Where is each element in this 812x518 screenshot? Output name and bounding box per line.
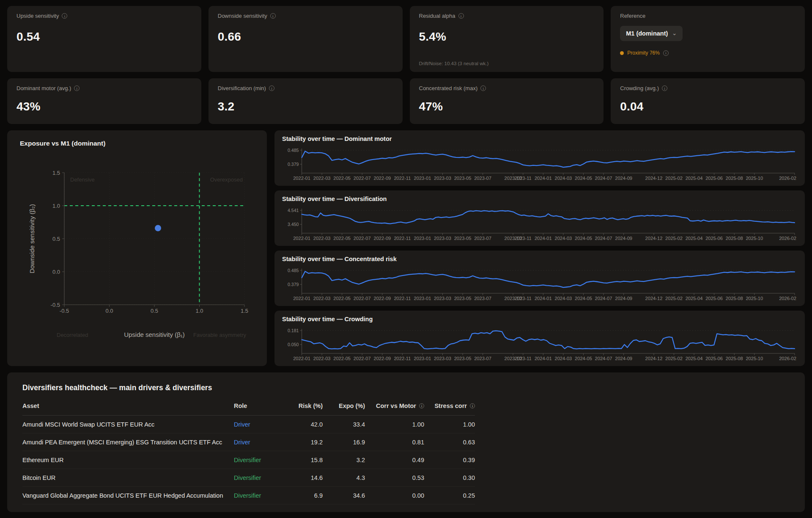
cell-stress-corr: 0.39 <box>424 451 475 468</box>
svg-text:2022-11: 2022-11 <box>394 295 411 300</box>
kpi-row-2: Dominant motor (avg.) 43% Diversificatio… <box>7 78 805 124</box>
svg-text:2022-05: 2022-05 <box>333 295 351 300</box>
svg-text:2025-06: 2025-06 <box>705 235 723 240</box>
svg-text:2022-09: 2022-09 <box>373 235 391 240</box>
svg-text:2022-09: 2022-09 <box>373 175 391 180</box>
kpi-label: Diversification (min) <box>218 85 266 91</box>
kpi-card-residual-alpha: Residual alpha 5.4% Drift/Noise: 10.43 (… <box>410 6 604 72</box>
table-row: Vanguard Global Aggregate Bond UCITS ETF… <box>22 487 475 504</box>
health-table: Asset Role Risk (%) Expo (%) Corr vs Mot… <box>22 402 475 504</box>
svg-text:Downside sensitivity (β₂): Downside sensitivity (β₂) <box>28 204 36 273</box>
info-icon[interactable] <box>419 403 424 408</box>
svg-text:2023-07: 2023-07 <box>474 175 491 180</box>
svg-text:0.379: 0.379 <box>288 162 299 167</box>
svg-text:2025-08: 2025-08 <box>726 295 743 300</box>
cell-stress-corr: 0.63 <box>424 433 475 451</box>
svg-text:Decorrelated: Decorrelated <box>57 332 88 338</box>
svg-text:2022-07: 2022-07 <box>354 295 371 300</box>
svg-text:2023-11: 2023-11 <box>515 355 532 361</box>
svg-text:2024-01: 2024-01 <box>535 355 552 361</box>
role-badge: Driver <box>234 416 283 433</box>
svg-text:2026-02: 2026-02 <box>779 355 796 361</box>
svg-text:2024-05: 2024-05 <box>575 235 592 240</box>
kpi-label: Dominant motor (avg.) <box>16 85 71 91</box>
cell-risk: 14.6 <box>283 469 323 486</box>
svg-text:2025-06: 2025-06 <box>705 295 723 300</box>
svg-text:2023-11: 2023-11 <box>515 295 532 300</box>
svg-text:0.5: 0.5 <box>52 236 60 242</box>
svg-text:2022-01: 2022-01 <box>293 355 310 361</box>
kpi-label: Residual alpha <box>419 13 455 19</box>
proximity-label: Proximity 76% <box>627 50 660 56</box>
stability-panel-concentrated-risk: Stability over time — Concentrated risk … <box>274 251 805 306</box>
svg-text:2024-09: 2024-09 <box>615 175 632 180</box>
kpi-value: 3.2 <box>218 100 393 113</box>
column-header-expo: Expo (%) <box>323 402 365 409</box>
cell-expo: 3.2 <box>323 451 365 468</box>
stability-panel-dominant-motor: Stability over time — Dominant motor 0.4… <box>274 130 805 186</box>
svg-text:2024-05: 2024-05 <box>575 355 592 361</box>
kpi-value: 47% <box>419 100 595 113</box>
svg-text:2024-05: 2024-05 <box>575 295 592 300</box>
svg-text:2022-09: 2022-09 <box>373 295 391 300</box>
cell-corr-vs-motor: 0.49 <box>365 451 424 468</box>
svg-text:Upside sensitivity (β₁): Upside sensitivity (β₁) <box>124 331 185 338</box>
info-icon[interactable] <box>663 50 669 56</box>
cell-asset: Bitcoin EUR <box>22 469 234 486</box>
stability-chart-diversification: 4.5413.4502022-012022-032022-052022-0720… <box>282 204 798 243</box>
svg-text:2024-12: 2024-12 <box>645 295 663 300</box>
kpi-value: 0.66 <box>218 30 393 44</box>
cell-expo: 4.3 <box>323 469 365 486</box>
cell-corr-vs-motor: 1.00 <box>365 416 424 433</box>
svg-text:2022-03: 2022-03 <box>313 295 331 300</box>
svg-text:2023-03: 2023-03 <box>434 235 451 240</box>
proximity-dot-icon <box>620 51 624 55</box>
svg-text:2022-07: 2022-07 <box>354 235 371 240</box>
svg-text:2024-12: 2024-12 <box>645 235 663 240</box>
info-icon[interactable] <box>480 85 486 91</box>
stability-title: Stability over time — Crowding <box>282 316 798 322</box>
info-icon[interactable] <box>458 13 464 19</box>
cell-corr-vs-motor: 0.81 <box>365 433 424 451</box>
cell-expo: 34.6 <box>323 487 365 504</box>
svg-text:2024-03: 2024-03 <box>554 235 572 240</box>
diversifiers-healthcheck-panel: Diversifiers healthcheck — main drivers … <box>7 372 805 512</box>
column-header-risk: Risk (%) <box>283 402 323 409</box>
svg-text:2022-03: 2022-03 <box>313 235 331 240</box>
svg-text:2024-01: 2024-01 <box>535 295 552 300</box>
svg-text:Favorable asymmetry: Favorable asymmetry <box>193 332 246 338</box>
cell-asset: Vanguard Global Aggregate Bond UCITS ETF… <box>22 487 234 504</box>
svg-text:2026-02: 2026-02 <box>779 295 796 300</box>
cell-asset: Amundi PEA Emergent (MSCI Emerging) ESG … <box>22 433 234 451</box>
info-icon[interactable] <box>62 13 67 19</box>
svg-text:2025-02: 2025-02 <box>665 355 683 361</box>
info-icon[interactable] <box>662 85 667 91</box>
column-header-asset: Asset <box>22 402 234 409</box>
scatter-panel: Exposure vs M1 (dominant) -0.50.00.51.01… <box>7 130 267 366</box>
svg-text:2025-04: 2025-04 <box>686 355 703 361</box>
svg-text:2025-08: 2025-08 <box>726 355 743 361</box>
svg-text:2025-06: 2025-06 <box>705 355 723 361</box>
svg-text:2024-07: 2024-07 <box>595 175 612 180</box>
info-icon[interactable] <box>470 403 475 408</box>
svg-text:2025-10: 2025-10 <box>746 295 763 300</box>
kpi-card-diversification: Diversification (min) 3.2 <box>208 78 403 124</box>
svg-text:1.5: 1.5 <box>52 170 60 176</box>
svg-text:2023-05: 2023-05 <box>454 355 472 361</box>
svg-text:2022-07: 2022-07 <box>354 355 371 361</box>
chevron-down-icon <box>672 32 677 35</box>
cell-stress-corr: 0.30 <box>424 469 475 486</box>
info-icon[interactable] <box>74 85 80 91</box>
cell-stress-corr: 1.00 <box>424 416 475 433</box>
svg-text:-0.5: -0.5 <box>60 308 69 314</box>
info-icon[interactable] <box>269 85 274 91</box>
svg-text:2024-07: 2024-07 <box>595 295 612 300</box>
svg-text:2024-01: 2024-01 <box>535 235 552 240</box>
info-icon[interactable] <box>270 13 276 19</box>
svg-text:2025-10: 2025-10 <box>746 175 763 180</box>
column-header-corr-vs-motor: Corr vs Motor <box>365 402 424 409</box>
svg-text:2023-05: 2023-05 <box>454 295 472 300</box>
svg-text:2025-02: 2025-02 <box>665 295 683 300</box>
reference-select[interactable]: M1 (dominant) <box>620 26 683 41</box>
svg-text:2025-02: 2025-02 <box>665 175 683 180</box>
